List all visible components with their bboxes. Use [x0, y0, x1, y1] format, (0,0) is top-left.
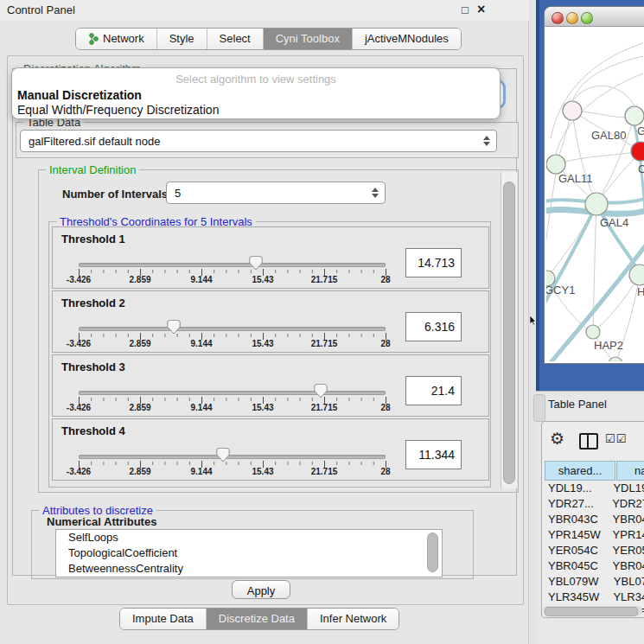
threshold-value-field[interactable]: 21.4 — [405, 376, 462, 405]
node-right-mid[interactable] — [629, 265, 644, 285]
table-data-combobox[interactable]: galFiltered.sif default node — [20, 130, 497, 152]
gear-icon[interactable]: ⚙ — [550, 429, 564, 449]
node-label: GA — [637, 124, 644, 137]
cell-name: YDR27 — [610, 496, 644, 512]
node-hap2[interactable] — [586, 325, 600, 339]
bottom-tab-label-1: Discretize Data — [219, 609, 295, 629]
table-row[interactable]: YPR145WYPR14 — [545, 527, 644, 543]
node-red[interactable] — [631, 142, 644, 161]
tab-network[interactable]: Network — [76, 29, 156, 49]
bottom-tab-impute-data[interactable]: Impute Data — [120, 609, 206, 629]
table-row[interactable]: YBR043CYBR04 — [545, 512, 644, 527]
node-label: GAL80 — [591, 129, 626, 142]
table-data-group: Table Data galFiltered.sif default node — [16, 122, 519, 158]
table-row[interactable]: YER054CYER05 — [545, 543, 644, 558]
divider-handle[interactable] — [533, 394, 545, 422]
tick-label: 9.144 — [190, 275, 212, 284]
top-tab-bar: NetworkStyleSelectCyni ToolboxjActiveMNo… — [75, 28, 462, 50]
number-of-intervals-label: Number of Intervals — [62, 188, 168, 201]
node-gal4[interactable] — [585, 193, 608, 215]
cell-name: YDL19 — [611, 481, 644, 496]
slider-track[interactable] — [79, 327, 386, 331]
table-row[interactable]: YDR27...YDR27 — [545, 496, 644, 512]
number-of-intervals-spinner[interactable]: 5 — [166, 182, 386, 204]
node-label: HAP2 — [594, 339, 623, 352]
popup-option-manual[interactable]: Manual Discretization — [17, 88, 142, 102]
slider-thumb[interactable] — [167, 320, 181, 335]
apply-button[interactable]: Apply — [232, 580, 290, 599]
tick-label: -3.426 — [67, 467, 91, 476]
interval-scrollbar[interactable] — [501, 172, 517, 488]
attribute-item-2[interactable]: BetweennessCentrality — [56, 561, 442, 577]
tab-label-3: Cyni Toolbox — [276, 29, 340, 49]
tick-label: 28 — [380, 467, 390, 476]
table-hscrollbar-thumb[interactable] — [545, 607, 638, 616]
slider-thumb[interactable] — [216, 448, 230, 462]
close-panel-icon[interactable]: × — [477, 2, 485, 17]
close-light-icon[interactable] — [552, 12, 564, 24]
tick-label: 28 — [380, 339, 390, 348]
tick-label: 15.43 — [252, 339, 273, 348]
table-header-shared-name[interactable]: shared... — [545, 461, 615, 481]
float-panel-icon[interactable]: □ — [462, 3, 469, 16]
node-label: GCY1 — [546, 284, 575, 296]
tick-label: 21.715 — [311, 275, 338, 284]
number-of-intervals-value: 5 — [167, 187, 372, 200]
table-header-name[interactable]: na — [616, 461, 644, 481]
bottom-tab-discretize-data[interactable]: Discretize Data — [206, 609, 307, 629]
cell-shared-name: YDL19... — [545, 481, 611, 496]
tick-label: -3.426 — [67, 339, 91, 348]
zoom-light-icon[interactable] — [581, 12, 593, 24]
slider-track[interactable] — [79, 455, 386, 459]
tab-style[interactable]: Style — [156, 29, 207, 49]
tab-label-1: Style — [169, 29, 194, 49]
tab-label-2: Select — [220, 29, 251, 49]
node-gal11[interactable] — [546, 155, 565, 174]
network-edge — [556, 151, 641, 164]
popup-option-equal-width[interactable]: Equal Width/Frequency Discretization — [17, 103, 219, 117]
tick-marks — [79, 461, 386, 469]
slider-track[interactable] — [79, 391, 386, 395]
node-top-right[interactable] — [625, 106, 644, 125]
tick-label: -3.426 — [67, 403, 91, 412]
cell-name: YBR04 — [611, 512, 644, 527]
attribute-item-0[interactable]: SelfLoops — [56, 530, 442, 545]
screen: { "control_panel": { "title": "Control P… — [0, 0, 644, 644]
attributes-scrollbar-thumb[interactable] — [427, 532, 438, 572]
table-row[interactable]: YBL079WYBL07 — [545, 574, 644, 590]
tick-marks — [79, 333, 386, 341]
numerical-attributes-list[interactable]: SelfLoopsTopologicalCoefficientBetweenne… — [55, 529, 443, 577]
tick-label: 21.715 — [311, 339, 338, 348]
bottom-tab-label-2: Infer Network — [320, 609, 386, 629]
attribute-item-1[interactable]: TopologicalCoefficient — [56, 545, 442, 561]
cell-shared-name: YLR345W — [545, 590, 611, 605]
tab-jactivemnodules[interactable]: jActiveMNodules — [352, 29, 461, 49]
network-view-window[interactable]: GAL80GACGAL11GAL4GCY1HHAP2 — [545, 7, 644, 363]
tab-cyni-toolbox[interactable]: Cyni Toolbox — [263, 29, 352, 49]
slider-thumb[interactable] — [314, 384, 328, 399]
threshold-label: Threshold 4 — [61, 424, 125, 437]
table-row[interactable]: YLR345WYLR34 — [545, 590, 644, 605]
interval-definition-title: Interval Definition — [46, 163, 139, 176]
tab-select[interactable]: Select — [207, 29, 263, 49]
threshold-value-field[interactable]: 11.344 — [405, 440, 462, 469]
node-gal80[interactable] — [563, 101, 582, 120]
table-row[interactable]: YBR045CYBR04 — [545, 558, 644, 574]
combo-arrows-icon — [483, 136, 490, 146]
threshold-value-field[interactable]: 6.316 — [405, 312, 462, 341]
slider-track[interactable] — [79, 263, 386, 267]
bottom-tab-infer-network[interactable]: Infer Network — [307, 609, 399, 629]
interval-scrollbar-thumb[interactable] — [503, 182, 515, 484]
slider-thumb[interactable] — [249, 256, 263, 271]
cell-shared-name: YBL079W — [545, 574, 612, 590]
threshold-label: Threshold 3 — [61, 360, 125, 373]
tick-label: 15.43 — [252, 403, 273, 412]
checkbox-icons[interactable]: ☑☑ — [605, 432, 627, 445]
network-canvas[interactable]: GAL80GACGAL11GAL4GCY1HHAP2 — [546, 26, 644, 361]
minimize-light-icon[interactable] — [566, 12, 578, 24]
table-row[interactable]: YDL19...YDL19 — [545, 481, 644, 496]
tick-label: 2.859 — [129, 467, 150, 476]
threshold-value-field[interactable]: 14.713 — [405, 248, 462, 277]
split-columns-icon[interactable] — [579, 433, 598, 450]
tick-label: 21.715 — [311, 403, 338, 412]
